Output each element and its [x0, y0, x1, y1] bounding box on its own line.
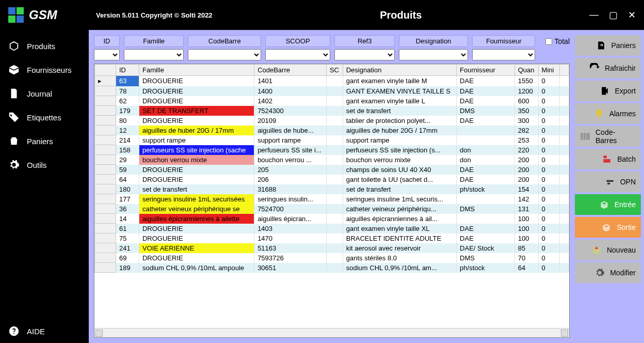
col-spacer: [559, 65, 569, 76]
cell-mini: 0: [538, 165, 559, 175]
sidebar: Produits Fournisseurs Journal Etiquettes…: [0, 30, 89, 343]
cell-designation: BRACELET IDENTITE ADULTE: [343, 233, 456, 243]
action-modifier[interactable]: Modifier: [575, 262, 641, 283]
table-row[interactable]: 12aiguilles de huber 20G / 17mmaiguilles…: [95, 126, 569, 135]
sidebar-item-label: Paniers: [27, 137, 53, 146]
cell-codebarre: 1403: [254, 224, 327, 233]
sidebar-item-help[interactable]: AIDE: [0, 319, 89, 343]
sidebar-item-paniers[interactable]: Paniers: [0, 129, 89, 153]
table-row[interactable]: 36catheter veineux périphérique se752470…: [95, 204, 569, 214]
action-entree[interactable]: Entrée: [575, 194, 641, 215]
sidebar-item-produits[interactable]: Produits: [0, 34, 89, 58]
action-sortie[interactable]: Sortie: [575, 217, 641, 238]
cell-codebarre: 20109: [254, 116, 327, 126]
cell-fournisseur: DMS: [457, 204, 515, 214]
action-alarmes[interactable]: Alarmes: [575, 103, 641, 124]
action-paniers[interactable]: Paniers: [575, 35, 641, 56]
cell-codebarre: 7593726: [254, 253, 327, 263]
action-nouveau[interactable]: Nouveau: [575, 240, 641, 260]
action-label: Entrée: [615, 200, 636, 209]
cell-codebarre: 1402: [254, 96, 327, 106]
table-row[interactable]: 75DROGUERIE1470BRACELET IDENTITE ADULTED…: [95, 233, 569, 243]
cell-famille: DROGUERIE: [139, 224, 254, 233]
action-export[interactable]: Export: [575, 81, 641, 101]
filter-scoop-select[interactable]: [265, 49, 330, 60]
action-rafraichir[interactable]: Rafraichir: [575, 58, 641, 79]
cell-fournisseur: DAE: [457, 76, 515, 86]
table-row[interactable]: 80DROGUERIE20109tablier de protection po…: [95, 116, 569, 126]
maximize-icon[interactable]: ▢: [609, 9, 618, 21]
cell-codebarre: 205: [254, 165, 327, 175]
filter-ref3-select[interactable]: [334, 49, 395, 60]
sidebar-item-label: Produits: [27, 42, 55, 51]
total-checkbox[interactable]: Total: [545, 37, 570, 45]
col-designation[interactable]: Designation: [343, 65, 456, 76]
filter-famille-select[interactable]: [124, 49, 184, 60]
sidebar-item-etiquettes[interactable]: Etiquettes: [0, 105, 89, 129]
table-row[interactable]: 189sodium CHL 0,9% /10mL ampoule30651sod…: [95, 263, 569, 273]
tag-icon: [8, 112, 20, 123]
cell-famille: DROGUERIE: [139, 96, 254, 106]
col-mini[interactable]: Mini: [538, 65, 559, 76]
table-row[interactable]: 59DROGUERIE205champs de soins UU 40 X40D…: [95, 165, 569, 175]
table-row[interactable]: ▸63DROGUERIE1401gant examen vinyle taill…: [95, 76, 569, 86]
cell-id: 12: [116, 126, 139, 135]
cell-scoop: [326, 224, 343, 233]
col-fournisseur[interactable]: Fournisseur: [457, 65, 515, 76]
table-row[interactable]: 64DROGUERIE206gant toilette à UU (sachet…: [95, 175, 569, 184]
app-logo: GSM: [8, 7, 96, 23]
cell-scoop: [326, 126, 343, 135]
row-header: [95, 106, 116, 116]
cell-codebarre: support rampe: [254, 135, 327, 145]
sidebar-item-label: Journal: [27, 89, 52, 98]
filter-codebarre-select[interactable]: [188, 49, 261, 60]
col-quantite[interactable]: Quan: [514, 65, 538, 76]
minimize-icon[interactable]: —: [589, 9, 599, 21]
filter-famille-label: Famille: [124, 35, 184, 47]
cell-famille: DROGUERIE: [139, 116, 254, 126]
cell-mini: 0: [538, 135, 559, 145]
table-row[interactable]: 214support rampesupport rampesupport ram…: [95, 135, 569, 145]
table-row[interactable]: 241VOIE AERIENNE51163kit aerosol avec re…: [95, 243, 569, 253]
table-row[interactable]: 29bouchon verrou mixtebouchon verrou ...…: [95, 155, 569, 165]
cell-id: 189: [116, 263, 139, 273]
col-famille[interactable]: Famille: [139, 65, 254, 76]
cell-mini: 0: [538, 194, 559, 204]
horizontal-scrollbar[interactable]: [94, 328, 569, 337]
table-row[interactable]: 78DROGUERIE1400GANT EXAMEN VINYLE TAILLE…: [95, 86, 569, 96]
row-header: [95, 145, 116, 155]
cell-quantite: 200: [514, 155, 538, 165]
col-id[interactable]: ID: [116, 65, 139, 76]
table-row[interactable]: 14aiguilles épicranniennes à ailetteaigu…: [95, 214, 569, 224]
close-icon[interactable]: ✕: [628, 9, 636, 21]
col-codebarre[interactable]: CodeBarre: [254, 65, 327, 76]
table-row[interactable]: 62DROGUERIE1402gant examen vinyle taille…: [95, 96, 569, 106]
table-row[interactable]: 177seringues insuline 1mL securiséesseri…: [95, 194, 569, 204]
table-row[interactable]: 180set de transfert31688set de transfert…: [95, 184, 569, 194]
cell-mini: 0: [538, 126, 559, 135]
filter-designation-select[interactable]: [399, 49, 468, 60]
sidebar-item-outils[interactable]: Outils: [0, 153, 89, 177]
filter-id-select[interactable]: [94, 49, 120, 60]
table-row[interactable]: 179SET DE TRANSFERT7524300set de transfe…: [95, 106, 569, 116]
action-opn[interactable]: OPN: [575, 172, 641, 192]
action-codebarres[interactable]: Code-Barres: [575, 126, 641, 147]
row-header: [95, 86, 116, 96]
cell-quantite: 282: [514, 126, 538, 135]
cell-quantite: 200: [514, 175, 538, 184]
filter-fournisseur-select[interactable]: [472, 49, 535, 60]
cell-codebarre: 1401: [254, 76, 327, 86]
sidebar-item-fournisseurs[interactable]: Fournisseurs: [0, 58, 89, 82]
sidebar-item-journal[interactable]: Journal: [0, 82, 89, 105]
cell-scoop: [326, 155, 343, 165]
cell-scoop: [326, 86, 343, 96]
total-checkbox-input[interactable]: [545, 38, 552, 45]
cell-mini: 0: [538, 204, 559, 214]
table-row[interactable]: 158perfuseurs SS site injection (sachepe…: [95, 145, 569, 155]
cell-id: 158: [116, 145, 139, 155]
cell-quantite: 100: [514, 214, 538, 224]
action-batch[interactable]: Batch: [575, 149, 641, 169]
col-scoop[interactable]: SC: [326, 65, 343, 76]
table-row[interactable]: 69DROGUERIE7593726gants stériles 8.0DMS7…: [95, 253, 569, 263]
table-row[interactable]: 61DROGUERIE1403gant examen vinyle taille…: [95, 224, 569, 233]
